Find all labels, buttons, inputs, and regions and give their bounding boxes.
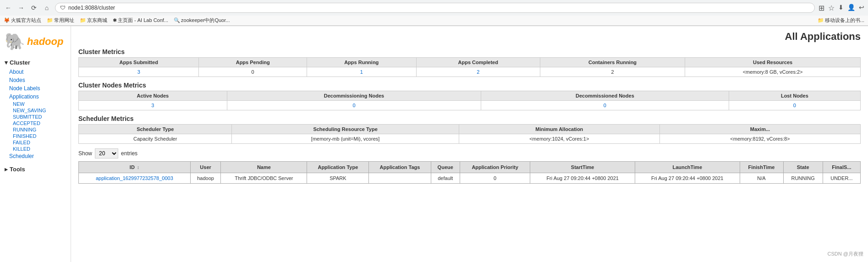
col-scheduler-type: Scheduler Type	[79, 125, 232, 134]
sidebar-subitem-submitted[interactable]: SUBMITTED	[0, 114, 71, 120]
entries-select[interactable]: 10 20 25 50 100	[95, 148, 118, 158]
cell-start-time: Fri Aug 27 09:20:44 +0800 2021	[530, 173, 635, 184]
back-button[interactable]: ←	[4, 3, 13, 12]
col-finish-time: FinishTime	[740, 162, 783, 173]
col-used-resources: Used Resources	[685, 58, 861, 67]
sort-arrow-id: ↕	[137, 165, 139, 170]
show-entries-control: Show 10 20 25 50 100 entries	[78, 148, 861, 158]
cell-final-state: UNDER...	[823, 173, 860, 184]
cell-launch-time: Fri Aug 27 09:20:44 +0800 2021	[635, 173, 740, 184]
bookmark-ailab[interactable]: ✱ 主页面 - AI Lab Conf...	[113, 17, 168, 24]
col-app-type: Application Type	[307, 162, 369, 173]
val-containers-running: 2	[540, 67, 685, 77]
collapse-arrow-icon: ▾	[5, 59, 8, 66]
bookmark-mobile[interactable]: 📁 移动设备上的书...	[818, 17, 864, 24]
home-button[interactable]: ⌂	[42, 3, 51, 12]
sidebar-item-nodes[interactable]: Nodes	[0, 76, 71, 84]
val-apps-submitted: 3	[79, 67, 199, 77]
download-icon: ⬇	[838, 4, 844, 12]
col-apps-submitted: Apps Submitted	[79, 58, 199, 67]
table-row: application_1629977232578_0003 hadoop Th…	[79, 173, 861, 184]
cell-finish-time: N/A	[740, 173, 783, 184]
val-apps-running: 1	[307, 67, 416, 77]
address-text: node1:8088/cluster	[68, 5, 115, 11]
page-title: All Applications	[78, 31, 861, 43]
bookmark-firefox[interactable]: 🦊 火狐官方站点	[4, 17, 41, 24]
cell-priority: 0	[460, 173, 530, 184]
val-active-nodes: 3	[79, 101, 227, 110]
sidebar-subitem-accepted[interactable]: ACCEPTED	[0, 120, 71, 126]
sidebar-item-node-labels[interactable]: Node Labels	[0, 84, 71, 93]
scheduler-metrics-title: Scheduler Metrics	[78, 115, 861, 122]
show-label: Show	[78, 150, 92, 157]
val-minimum-allocation: <memory:1024, vCores:1>	[459, 134, 659, 144]
profile-icon: 👤	[847, 4, 855, 12]
col-apps-running: Apps Running	[307, 58, 416, 67]
reload-button[interactable]: ⟳	[29, 3, 38, 12]
cluster-section-header: ▾ Cluster	[0, 57, 71, 68]
col-name: Name	[221, 162, 307, 173]
val-apps-completed: 2	[416, 67, 540, 77]
app-id-link[interactable]: application_1629977232578_0003	[96, 175, 173, 181]
extensions-icon: ⊞	[819, 4, 824, 12]
bookmark-zookeeper[interactable]: 🔍 zookeeper中的Quor...	[174, 17, 230, 24]
val-decommissioning-nodes: 0	[227, 101, 481, 110]
cell-queue: default	[431, 173, 460, 184]
val-used-resources: <memory:8 GB, vCores:2>	[685, 67, 861, 77]
sidebar-item-applications[interactable]: Applications	[0, 93, 71, 101]
forward-button[interactable]: →	[16, 3, 26, 12]
col-app-priority: Application Priority	[460, 162, 530, 173]
bookmarks-bar: 🦊 火狐官方站点 📁 常用网址 📁 京东商城 ✱ 主页面 - AI Lab Co…	[0, 16, 868, 26]
bookmark-jd[interactable]: 📁 京东商城	[80, 17, 107, 24]
watermark: CSDN @月夜狸	[828, 251, 863, 257]
col-queue: Queue	[431, 162, 460, 173]
sidebar-subitem-running[interactable]: RUNNING	[0, 126, 71, 133]
col-apps-completed: Apps Completed	[416, 58, 540, 67]
browser-toolbar: ← → ⟳ ⌂ 🛡 node1:8088/cluster ⊞ ☆ ⬇ 👤 ↩	[0, 0, 868, 16]
bookmark-common[interactable]: 📁 常用网址	[47, 17, 74, 24]
sidebar-subitem-killed[interactable]: KILLED	[0, 146, 71, 152]
col-maximum-allocation: Maxim...	[659, 125, 860, 134]
col-active-nodes: Active Nodes	[79, 91, 227, 101]
scheduler-metrics-table: Scheduler Type Scheduling Resource Type …	[78, 124, 861, 144]
col-containers-running: Containers Running	[540, 58, 685, 67]
col-app-tags: Application Tags	[369, 162, 431, 173]
sidebar-subitem-new-saving[interactable]: NEW_SAVING	[0, 107, 71, 114]
cell-user: hadoop	[190, 173, 221, 184]
cell-app-type: SPARK	[307, 173, 369, 184]
col-minimum-allocation: Minimum Allocation	[459, 125, 659, 134]
back-alt-icon: ↩	[859, 4, 864, 12]
sidebar-subitem-failed[interactable]: FAILED	[0, 139, 71, 146]
cluster-section: ▾ Cluster About Nodes Node Labels Applic…	[0, 55, 71, 162]
security-icon: 🛡	[60, 5, 66, 11]
val-decommissioned-nodes: 0	[481, 101, 729, 110]
cell-state: RUNNING	[783, 173, 823, 184]
sidebar-subitem-new[interactable]: NEW	[0, 101, 71, 107]
address-bar[interactable]: 🛡 node1:8088/cluster	[55, 3, 815, 13]
main-content: All Applications Cluster Metrics Apps Su…	[71, 26, 868, 262]
sidebar-logo: 🐘 hadoop	[0, 30, 71, 55]
col-final-state: FinalS...	[823, 162, 860, 173]
browser-chrome: ← → ⟳ ⌂ 🛡 node1:8088/cluster ⊞ ☆ ⬇ 👤 ↩ 🦊…	[0, 0, 868, 26]
cluster-nodes-metrics-title: Cluster Nodes Metrics	[78, 82, 861, 89]
hadoop-text: hadoop	[27, 36, 63, 48]
hadoop-logo: 🐘 hadoop	[5, 33, 63, 50]
val-scheduler-type: Capacity Scheduler	[79, 134, 232, 144]
sidebar-item-about[interactable]: About	[0, 68, 71, 76]
col-lost-nodes: Lost Nodes	[729, 91, 860, 101]
col-user: User	[190, 162, 221, 173]
col-id[interactable]: ID ↕	[79, 162, 191, 173]
col-apps-pending: Apps Pending	[199, 58, 307, 67]
col-start-time: StartTime	[530, 162, 635, 173]
col-decommissioned-nodes: Decommissioned Nodes	[481, 91, 729, 101]
sidebar-subitem-finished[interactable]: FINISHED	[0, 133, 71, 139]
col-scheduling-resource-type: Scheduling Resource Type	[232, 125, 459, 134]
val-apps-pending: 0	[199, 67, 307, 77]
col-state: State	[783, 162, 823, 173]
cluster-nodes-metrics-table: Active Nodes Decommissioning Nodes Decom…	[78, 91, 861, 110]
col-launch-time: LaunchTime	[635, 162, 740, 173]
cell-name: Thrift JDBC/ODBC Server	[221, 173, 307, 184]
tools-collapse-icon: ▸	[5, 166, 8, 173]
sidebar-item-scheduler[interactable]: Scheduler	[0, 152, 71, 160]
cluster-metrics-title: Cluster Metrics	[78, 48, 861, 55]
